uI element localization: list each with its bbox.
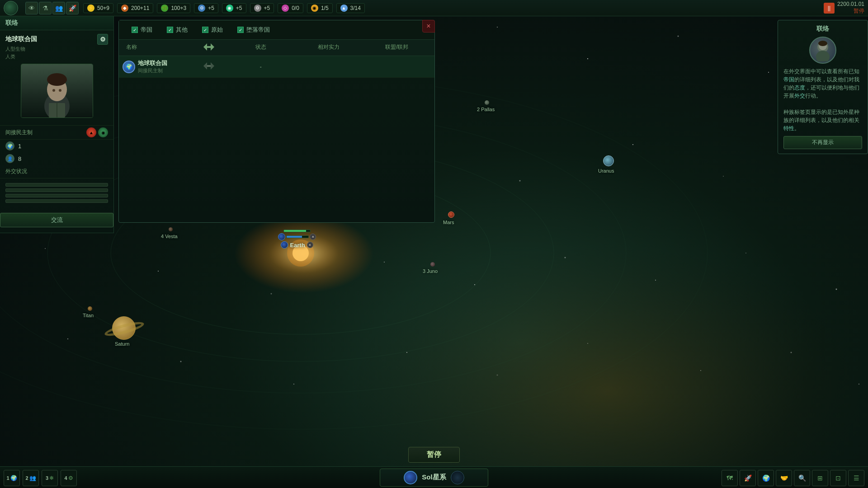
col-arrow <box>191 42 227 54</box>
filter-other[interactable]: ✓ 其他 <box>160 24 195 36</box>
gov-icons: ▲ ◉ <box>86 127 108 137</box>
alloys-resource: ⚙ +5 <box>250 3 274 13</box>
left-panel: 联络 地球联合国 ⚙ 人型生物 人类 <box>0 16 114 233</box>
empire-row-info: 🌍 地球联合国 间接民主制 <box>123 59 191 74</box>
research-icon[interactable]: ⚗ <box>39 2 52 14</box>
planet-count: 1 <box>18 143 21 150</box>
juno-planet[interactable] <box>430 262 435 267</box>
map-btn[interactable]: 🗺 <box>722 470 738 486</box>
table-row[interactable]: 🌍 地球联合国 间接民主制 - <box>119 56 434 78</box>
highlight-traits: 特性 <box>783 125 794 131</box>
unity-value: 1/5 <box>321 5 329 11</box>
uranus-label: Uranus <box>598 168 614 174</box>
earth-bar-1 <box>283 230 311 232</box>
mars-planet[interactable] <box>448 211 454 218</box>
vesta-planet[interactable] <box>169 227 173 231</box>
speed-btn-1[interactable]: 1 🌍 <box>4 470 20 486</box>
exchange-button[interactable]: 交流 <box>0 213 113 227</box>
food-resource: 🌿 100+3 <box>157 3 190 13</box>
government-label: 间接民主制 <box>5 129 33 136</box>
stats-planets: 🌍 1 <box>0 140 113 152</box>
unity-icon: ◉ <box>311 5 318 12</box>
diplo-bars <box>0 178 113 207</box>
highlight-empire: 帝国 <box>783 76 794 83</box>
titan-planet[interactable] <box>88 306 92 311</box>
col-name: 名称 <box>123 42 191 54</box>
influence-resource: ◇ 0/0 <box>278 3 303 13</box>
diplo-btn[interactable]: 🤝 <box>776 470 792 486</box>
leader-portrait[interactable] <box>21 64 93 118</box>
speed-btn-3[interactable]: 3 ❄ <box>42 470 58 486</box>
speed-icon-3: ❄ <box>49 475 54 481</box>
zoom-in-btn[interactable]: 🔍 <box>794 470 810 486</box>
filter-primitive-check[interactable]: ✓ <box>202 27 208 33</box>
gov-icon-1[interactable]: ▲ <box>86 127 96 137</box>
dont-show-button[interactable]: 不再显示 <box>783 136 862 149</box>
pop-stat-icon: 👤 <box>5 154 14 163</box>
view-btn[interactable]: ⊡ <box>830 470 846 486</box>
stats-pops: 👤 8 <box>0 152 113 165</box>
energy-icon: ⚡ <box>87 5 94 12</box>
filter-fallen[interactable]: ✓ 堕落帝国 <box>230 24 277 36</box>
bottom-left-buttons: 1 🌍 2 👥 3 ❄ 4 ⚙ <box>4 470 77 486</box>
col-alliance: 联盟/联邦 <box>363 42 431 54</box>
diplo-status-header: 外交状况 <box>0 165 113 178</box>
pause-button[interactable]: || <box>824 3 835 14</box>
filter-other-label: 其他 <box>176 26 188 34</box>
filter-other-check[interactable]: ✓ <box>167 27 173 33</box>
empire-info: 地球联合国 ⚙ 人型生物 人类 <box>0 30 113 126</box>
science-icon: ⚙ <box>198 5 205 12</box>
system-name: Sol星系 <box>422 473 446 482</box>
speed-btn-4[interactable]: 4 ⚙ <box>61 470 77 486</box>
speed-icon-2: 👥 <box>29 475 36 481</box>
system-icon-left[interactable] <box>404 471 417 484</box>
gov-icon-2[interactable]: ◉ <box>98 127 108 137</box>
empire-type: 人型生物 <box>5 46 108 52</box>
pop-icon: ▲ <box>340 5 348 12</box>
info-box-title: 联络 <box>783 25 862 33</box>
speed-num-4: 4 <box>64 475 67 481</box>
influence-icon: ◇ <box>282 5 289 12</box>
filter-primitive-label: 原始 <box>211 26 223 34</box>
empire-settings-icon[interactable]: ⚙ <box>97 34 108 45</box>
system-icon-right[interactable] <box>451 471 464 484</box>
juno-label: 3 Juno <box>423 268 438 274</box>
highlight-diplomacy: 外交 <box>794 93 805 99</box>
empire-globe-icon[interactable] <box>4 1 18 15</box>
speed-icon-4: ⚙ <box>68 475 73 481</box>
filter-empire[interactable]: ✓ 帝国 <box>124 24 160 36</box>
energy-value: 50+9 <box>97 5 109 11</box>
menu-btn[interactable]: ☰ <box>848 470 864 486</box>
fleet-icon[interactable]: 🚀 <box>66 2 79 14</box>
vesta-label: 4 Vesta <box>161 234 178 239</box>
filter-empire-label: 帝国 <box>141 26 152 34</box>
science-value: +5 <box>208 5 214 11</box>
right-leader-avatar <box>809 37 836 64</box>
highlight-attitude: 态度 <box>794 84 805 91</box>
population-icon[interactable]: 👥 <box>52 2 65 14</box>
col-power: 相对实力 <box>295 42 363 54</box>
alloys-icon: ⚙ <box>254 5 261 12</box>
pallas-label: 2 Pallas <box>477 107 495 112</box>
filter-empire-check[interactable]: ✓ <box>132 27 138 33</box>
planet-stat-icon: 🌍 <box>5 141 14 150</box>
saturn-planet[interactable] <box>112 316 136 340</box>
pallas-planet[interactable] <box>485 100 489 105</box>
speed-btn-2[interactable]: 2 👥 <box>23 470 39 486</box>
alloys-value: +5 <box>264 5 270 11</box>
fleet-btn[interactable]: 🚀 <box>740 470 756 486</box>
row-status: - <box>227 62 295 72</box>
modal-close-button[interactable]: × <box>422 20 435 33</box>
modal-filters: ✓ 帝国 ✓ 其他 ✓ 原始 ✓ 堕落帝国 <box>119 20 434 40</box>
info-text-species: 种族标签页显示的是已知外星种族的详细列表，以及他们的相关特性。 <box>783 108 862 132</box>
pause-banner: 暂停 <box>408 447 460 463</box>
filter-fallen-check[interactable]: ✓ <box>237 27 244 33</box>
filter-primitive[interactable]: ✓ 原始 <box>195 24 230 36</box>
mars-label: Mars <box>443 220 454 225</box>
planet-btn[interactable]: 🌍 <box>758 470 774 486</box>
filter-btn[interactable]: ⊞ <box>812 470 828 486</box>
uranus-planet[interactable] <box>603 155 614 166</box>
empire-icon[interactable]: 👁 <box>25 2 38 14</box>
earth-marker[interactable]: ✕ Earth ✕ <box>278 230 316 249</box>
earth-bar-2 <box>286 235 309 238</box>
